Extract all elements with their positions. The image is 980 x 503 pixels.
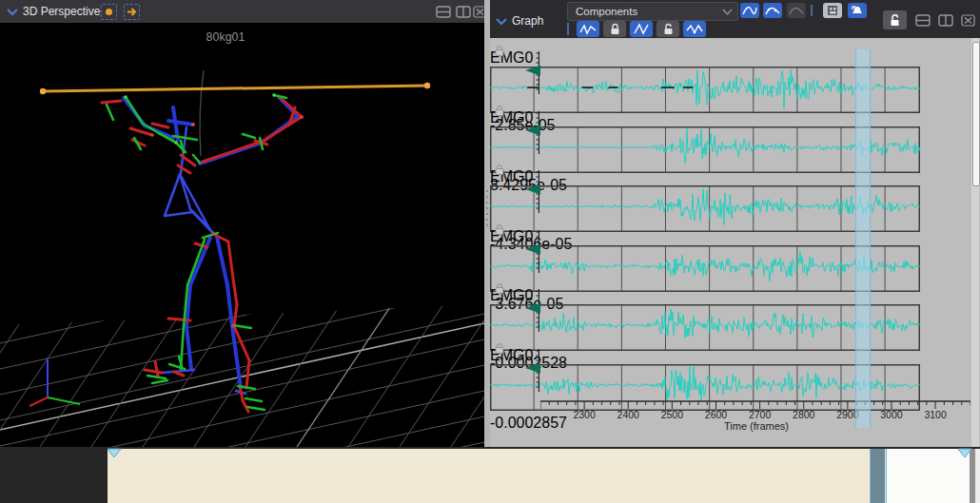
emg-channel: EMG0-0.0002857 bbox=[490, 347, 980, 394]
channel-lock-icon[interactable] bbox=[494, 342, 505, 355]
channel-lock-icon[interactable] bbox=[494, 223, 505, 236]
x-tick-label: 2700 bbox=[741, 409, 779, 420]
value-marker-icon bbox=[525, 362, 541, 374]
value-marker-icon bbox=[525, 243, 541, 255]
channel-lock-icon[interactable] bbox=[494, 105, 505, 117]
x-tick-label: 2300 bbox=[565, 409, 603, 420]
x-tick-label: 2500 bbox=[653, 409, 691, 420]
emg-channel: EMG0-0.0002528 bbox=[490, 287, 980, 334]
channel-lock-icon[interactable] bbox=[494, 164, 505, 176]
timeline-cursor[interactable] bbox=[870, 449, 887, 503]
emg-channel: EMG0-2.85e-05 bbox=[490, 49, 980, 96]
timeline-margin bbox=[975, 449, 980, 503]
emg-channel: EMG0-4.3406e-05 bbox=[490, 168, 980, 215]
range-end-marker[interactable] bbox=[957, 448, 972, 458]
marker-value-label: -0.0002857 bbox=[490, 415, 567, 431]
value-marker-icon bbox=[525, 302, 541, 314]
x-tick-label: 3000 bbox=[872, 409, 911, 420]
application-window: 3D Perspective 80kg01 bbox=[0, 0, 980, 503]
x-tick-label: 2400 bbox=[609, 409, 647, 420]
value-marker-icon bbox=[525, 65, 541, 76]
x-tick-label: 2800 bbox=[785, 409, 823, 420]
timeline-played-region[interactable] bbox=[108, 449, 870, 503]
emg-channel: EMG08.4295e-05 bbox=[490, 109, 980, 156]
channel-lock-icon[interactable] bbox=[494, 282, 505, 295]
x-axis-title: Time (frames) bbox=[666, 420, 847, 432]
x-tick-label: 2600 bbox=[696, 409, 735, 420]
emg-channel: EMG0-3.676e-05 bbox=[490, 228, 980, 275]
value-marker-icon bbox=[525, 184, 541, 195]
value-marker-icon bbox=[525, 125, 541, 136]
channel-lock-icon[interactable] bbox=[494, 45, 505, 57]
range-start-marker[interactable] bbox=[107, 448, 122, 458]
x-tick-label: 3100 bbox=[916, 409, 954, 420]
current-frame-cursor[interactable] bbox=[855, 49, 871, 428]
